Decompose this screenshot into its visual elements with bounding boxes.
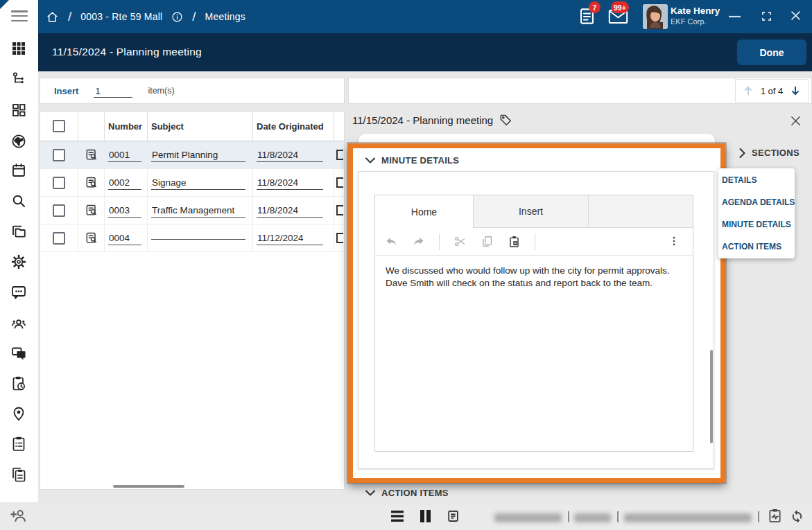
date-field[interactable]: 11/12/2024 xyxy=(257,231,323,245)
date-field[interactable]: 11/8/2024 xyxy=(257,176,323,190)
location-pin-icon[interactable] xyxy=(10,405,27,422)
list-view-icon[interactable] xyxy=(391,511,404,522)
minute-text-area[interactable]: We discussed who would follow up with th… xyxy=(375,256,693,451)
settings-gear-icon[interactable] xyxy=(10,254,27,270)
section-link-minute-details[interactable]: MINUTE DETAILS xyxy=(721,218,792,231)
meeting-people-icon[interactable] xyxy=(10,315,27,332)
paste-icon[interactable] xyxy=(508,235,521,248)
clipboard-clock-icon[interactable] xyxy=(10,376,27,392)
table-row[interactable]: 0002 Signage 11/8/2024 xyxy=(40,169,344,197)
breadcrumb-separator: / xyxy=(192,9,196,24)
section-link-agenda-details[interactable]: AGENDA DETAILS xyxy=(721,195,792,209)
action-items-section-header[interactable]: ACTION ITEMS xyxy=(365,488,449,498)
pager-down-icon[interactable] xyxy=(789,85,802,97)
chevron-right-icon[interactable] xyxy=(739,148,745,158)
tab-home[interactable]: Home xyxy=(375,195,474,228)
table-row[interactable]: 0001 Permit Planning 11/8/2024 xyxy=(40,141,344,169)
open-detail-icon[interactable] xyxy=(85,231,98,245)
date-picker-icon-clipped[interactable] xyxy=(336,205,343,215)
select-all-checkbox[interactable] xyxy=(53,120,65,132)
date-picker-icon-clipped[interactable] xyxy=(336,150,343,160)
panel-close-icon[interactable] xyxy=(790,115,802,127)
open-detail-icon[interactable] xyxy=(85,204,98,218)
pager-up-icon[interactable] xyxy=(742,85,754,97)
cut-icon[interactable] xyxy=(453,235,467,248)
info-icon[interactable] xyxy=(171,11,183,23)
column-header-number[interactable]: Number xyxy=(105,112,148,141)
horizontal-scrollbar[interactable] xyxy=(113,485,184,488)
open-detail-icon[interactable] xyxy=(85,148,98,162)
chat-bubbles-icon[interactable] xyxy=(10,345,27,362)
minimize-icon[interactable] xyxy=(729,15,741,18)
table-row[interactable]: 0004 11/12/2024 xyxy=(40,224,344,252)
row-checkbox[interactable] xyxy=(53,177,65,189)
date-field[interactable]: 11/8/2024 xyxy=(257,148,323,162)
search-icon[interactable] xyxy=(10,193,27,209)
tasks-badge: 7 xyxy=(589,1,601,13)
subject-field[interactable]: Signage xyxy=(151,176,245,190)
row-checkbox[interactable] xyxy=(53,149,65,161)
section-link-action-items[interactable]: ACTION ITEMS xyxy=(721,240,792,254)
chevron-down-icon[interactable] xyxy=(365,490,375,496)
comment-dots-icon[interactable] xyxy=(10,284,27,301)
breadcrumb-project[interactable]: 0003 - Rte 59 Mall xyxy=(80,11,162,22)
column-header-date-originated[interactable]: Date Originated xyxy=(253,112,334,141)
documents-folder-icon[interactable] xyxy=(10,223,27,240)
apps-grid-icon[interactable] xyxy=(10,40,27,57)
redo-icon[interactable] xyxy=(412,235,425,248)
minute-text-line2: Dave Smith will check on the status and … xyxy=(386,277,682,290)
minute-details-section-header[interactable]: MINUTE DETAILS xyxy=(365,155,459,166)
row-checkbox[interactable] xyxy=(53,232,65,245)
undo-icon[interactable] xyxy=(385,235,398,248)
number-field[interactable]: 0002 xyxy=(108,176,141,190)
insert-toolbar: Insert item(s) xyxy=(40,78,345,104)
user-name[interactable]: Kate Henry xyxy=(671,6,720,16)
document-view-icon[interactable] xyxy=(447,509,460,523)
redacted-status-text xyxy=(494,513,562,522)
numbered-list-clipboard-icon[interactable] xyxy=(10,436,27,452)
status-separator xyxy=(617,511,619,522)
tab-insert[interactable]: Insert xyxy=(474,195,589,227)
copy-clipboard-icon[interactable] xyxy=(10,466,27,483)
copy-icon[interactable] xyxy=(481,235,494,248)
date-picker-icon-clipped[interactable] xyxy=(336,233,343,243)
column-view-icon[interactable] xyxy=(420,510,431,522)
redacted-status-text xyxy=(574,513,611,522)
number-field[interactable]: 0001 xyxy=(108,148,141,162)
workflow-tree-icon[interactable] xyxy=(10,71,27,87)
insert-action-label[interactable]: Insert xyxy=(54,86,78,96)
chevron-down-icon[interactable] xyxy=(365,157,375,164)
hamburger-menu-icon[interactable] xyxy=(11,10,28,24)
date-picker-icon-clipped[interactable] xyxy=(336,177,343,188)
vertical-scrollbar[interactable] xyxy=(710,350,713,443)
number-field[interactable]: 0003 xyxy=(108,204,141,218)
clipboard-activity-icon[interactable] xyxy=(767,508,783,524)
column-header-subject[interactable]: Subject xyxy=(148,112,253,141)
table-row[interactable]: 0003 Traffic Management 11/8/2024 xyxy=(40,197,344,224)
date-field[interactable]: 11/8/2024 xyxy=(257,204,323,218)
breadcrumb-page[interactable]: Meetings xyxy=(205,11,245,22)
more-options-icon[interactable] xyxy=(668,234,680,248)
insert-count-input[interactable] xyxy=(94,85,132,98)
avatar[interactable] xyxy=(643,4,668,29)
calendar-icon[interactable] xyxy=(10,162,27,179)
action-items-heading: ACTION ITEMS xyxy=(381,488,449,498)
open-detail-icon[interactable] xyxy=(85,176,98,190)
sync-icon[interactable] xyxy=(789,508,805,524)
dashboard-icon[interactable] xyxy=(10,102,27,118)
done-button[interactable]: Done xyxy=(737,39,806,65)
home-icon[interactable] xyxy=(46,10,59,24)
subject-field[interactable] xyxy=(151,236,245,240)
globe-icon[interactable] xyxy=(10,133,27,150)
number-field[interactable]: 0004 xyxy=(108,231,141,245)
close-icon[interactable] xyxy=(789,9,802,22)
maximize-icon[interactable] xyxy=(760,10,773,23)
row-checkbox[interactable] xyxy=(53,204,65,217)
subject-field[interactable]: Permit Planning xyxy=(151,148,245,162)
add-person-icon[interactable] xyxy=(10,506,28,524)
tag-icon[interactable] xyxy=(499,114,512,127)
mail-badge: 99+ xyxy=(611,1,629,13)
sections-menu-header[interactable]: SECTIONS xyxy=(739,148,800,158)
subject-field[interactable]: Traffic Management xyxy=(151,204,245,218)
section-link-details[interactable]: DETAILS xyxy=(721,173,792,187)
